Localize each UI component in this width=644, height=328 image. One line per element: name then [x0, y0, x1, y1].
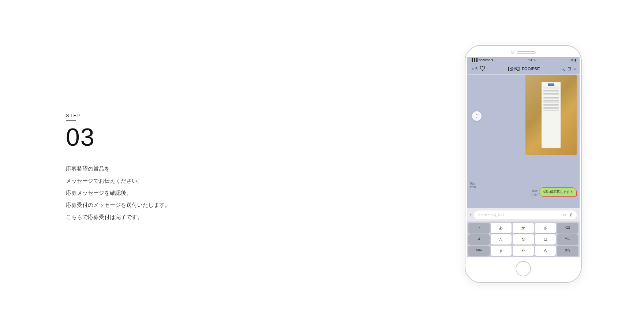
receipt-separator [543, 87, 559, 88]
time-label-2: 既読17:35 [531, 189, 538, 197]
status-right: ⊠ ▮ [571, 59, 576, 62]
carrier-name: docomo [479, 58, 490, 62]
mic-icon[interactable]: 🎙 [569, 212, 573, 217]
key-na[interactable]: な [513, 234, 534, 245]
search-icon[interactable]: 🔍 [560, 66, 565, 71]
emoji-icon[interactable]: ☺ [562, 212, 567, 217]
key-ma[interactable]: ま [491, 246, 512, 256]
phone-top-bar [465, 46, 581, 57]
input-placeholder: メッセージを入力 [478, 213, 504, 217]
wifi-icon: ▾ [491, 58, 493, 62]
desc-line-3: 応募メッセージを確認後、 [66, 187, 446, 199]
receipt-paper: welcia [542, 82, 561, 148]
share-button[interactable]: ⤴ [472, 111, 482, 121]
step-divider [66, 120, 76, 121]
chat-title: 【公式】EGOIPSE [488, 66, 558, 72]
japanese-keyboard: → あ か さ ⌫ ↺ た な は 空白 [467, 221, 580, 257]
right-phone-area: ▐▐▐ docomo ▾ 13:59 ⊠ ▮ ＜ 5 🛡 [446, 45, 600, 283]
status-left: ▐▐▐ docomo ▾ [471, 58, 493, 62]
keyboard-row-2: ↺ た な は 空白 [468, 234, 578, 245]
desc-line-2: メッセージでお伝えください。 [66, 175, 446, 187]
desc-line-1: 応募希望の賞品を [66, 163, 446, 175]
status-time: 13:59 [528, 58, 536, 62]
signal-bars: ▐▐▐ [471, 58, 478, 62]
home-button[interactable] [516, 261, 531, 276]
desc-line-4: 応募受付のメッセージを送付いたします。 [66, 199, 446, 211]
expand-button[interactable]: › [470, 212, 472, 218]
menu-icon[interactable]: ≡ [573, 66, 576, 71]
battery-icon: ⊠ ▮ [571, 59, 576, 62]
app-header: ＜ 5 🛡 【公式】EGOIPSE 🔍 ⊟ ≡ [467, 63, 580, 75]
sent-bubble: A賞1個応募します！ [539, 187, 577, 197]
front-camera [511, 51, 514, 54]
key-arrow[interactable]: → [468, 223, 490, 233]
step-label: STEP [66, 113, 446, 118]
chat-area: welcia [467, 75, 580, 208]
receipt-image: welcia [525, 75, 577, 155]
step-description: 応募希望の賞品を メッセージでお伝えください。 応募メッセージを確認後、 応募受… [66, 163, 446, 223]
key-ta[interactable]: た [491, 234, 512, 245]
key-sa[interactable]: さ [535, 223, 556, 233]
key-ha[interactable]: は [535, 234, 556, 245]
key-a[interactable]: あ [491, 223, 512, 233]
back-chevron: ＜ [471, 66, 475, 72]
key-rotate[interactable]: ↺ [468, 234, 490, 245]
key-ra[interactable]: ら [535, 246, 556, 256]
shield-icon: 🛡 [480, 66, 486, 72]
input-bar: › メッセージを入力 ☺ 🎙 [467, 208, 580, 221]
desc-line-5: こちらで応募受付は完了です。 [66, 211, 446, 223]
key-space[interactable]: 空白 [557, 234, 578, 245]
key-backspace[interactable]: ⌫ [557, 223, 578, 233]
message-input[interactable]: メッセージを入力 ☺ 🎙 [474, 210, 577, 219]
key-abc[interactable]: ABC [468, 246, 490, 256]
step-number: 03 [66, 124, 446, 149]
time-label-1: 既読17:34 [470, 182, 476, 189]
status-bar: ▐▐▐ docomo ▾ 13:59 ⊠ ▮ [467, 57, 580, 63]
back-count: 5 [475, 67, 478, 71]
key-ya[interactable]: や [513, 246, 534, 256]
key-ka[interactable]: か [513, 223, 534, 233]
key-enter[interactable]: 改行 [557, 246, 578, 256]
input-right-icons: ☺ 🎙 [562, 212, 573, 217]
phone-speaker [517, 51, 536, 54]
keyboard-row-3: ABC ま や ら 改行 [468, 246, 578, 256]
keyboard-row-1: → あ か さ ⌫ [468, 223, 578, 233]
back-button[interactable]: ＜ 5 [471, 66, 478, 72]
phone-bottom [465, 257, 581, 282]
share-icon: ⤴ [476, 113, 478, 119]
message-sent-row: 既読17:35 A賞1個応募します！ [531, 187, 577, 197]
header-icons: 🔍 ⊟ ≡ [560, 66, 576, 71]
phone-frame: ▐▐▐ docomo ▾ 13:59 ⊠ ▮ ＜ 5 🛡 [465, 45, 582, 283]
phone-screen: ▐▐▐ docomo ▾ 13:59 ⊠ ▮ ＜ 5 🛡 [467, 57, 580, 257]
receipt-logo: welcia [548, 83, 554, 86]
left-content: STEP 03 応募希望の賞品を メッセージでお伝えください。 応募メッセージを… [44, 105, 446, 223]
page-wrapper: STEP 03 応募希望の賞品を メッセージでお伝えください。 応募メッセージを… [0, 0, 644, 328]
grid-icon[interactable]: ⊟ [568, 66, 571, 71]
